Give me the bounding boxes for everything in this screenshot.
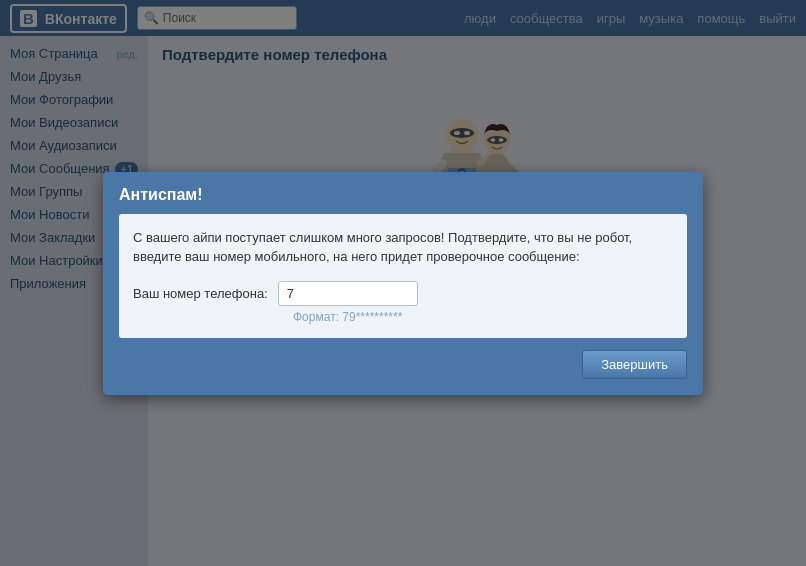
modal-overlay[interactable]: Антиспам! С вашего айпи поступает слишко… [0,0,806,566]
modal-message: С вашего айпи поступает слишком много за… [133,228,673,267]
phone-label: Ваш номер телефона: [133,286,268,301]
phone-format-hint: Формат: 79********** [293,310,673,324]
phone-row: Ваш номер телефона: [133,281,673,306]
antispam-modal: Антиспам! С вашего айпи поступает слишко… [103,172,703,395]
modal-footer: Завершить [119,350,687,379]
modal-title: Антиспам! [119,186,687,204]
modal-body: С вашего айпи поступает слишком много за… [119,214,687,338]
phone-input[interactable] [278,281,418,306]
submit-button[interactable]: Завершить [582,350,687,379]
